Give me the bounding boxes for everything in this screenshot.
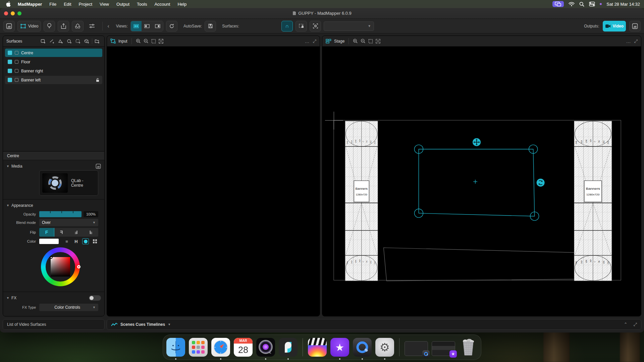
surface-color-swatch[interactable] (8, 78, 12, 82)
surface-checkbox[interactable] (15, 78, 18, 82)
surface-color-swatch[interactable] (8, 60, 12, 64)
collapse-triangle-icon[interactable]: ▼ (6, 165, 9, 168)
dock-minimized-window-quicktime[interactable] (405, 341, 428, 356)
selection-rect-icon[interactable] (368, 39, 373, 44)
sv-marker[interactable] (50, 256, 53, 259)
color-hex-mode-icon[interactable]: H (73, 238, 79, 244)
dock-settings-icon[interactable]: ⚙ (375, 338, 394, 357)
zoom-out-icon[interactable] (144, 39, 149, 44)
add-triangle-icon[interactable] (57, 39, 64, 44)
media-library-icon[interactable] (96, 164, 101, 169)
control-center-icon[interactable] (589, 2, 595, 6)
chevron-down-icon[interactable]: ▼ (168, 323, 171, 326)
menu-item-edit[interactable]: Edit (60, 2, 75, 7)
selected-surface-quad[interactable] (414, 138, 544, 221)
media-section-header[interactable]: ▼ Media (6, 162, 101, 170)
fx-type-dropdown[interactable]: Color Controls ▼ (39, 304, 98, 311)
dock-finder-icon[interactable] (166, 338, 185, 357)
add-group-icon[interactable] (94, 39, 101, 44)
menu-bar-clock[interactable]: Sat 28 Mar 14:32 (606, 2, 640, 7)
media-library-button[interactable] (3, 21, 15, 32)
color-list-mode-icon[interactable]: ≡ (63, 238, 70, 244)
menu-item-project[interactable]: Project (75, 2, 96, 7)
add-3d-icon[interactable] (83, 39, 91, 44)
view-layout-input-button[interactable] (142, 21, 152, 31)
banner-left-test-pattern[interactable] (345, 121, 378, 281)
lock-icon[interactable] (96, 78, 100, 82)
selection-rect-icon[interactable] (151, 39, 156, 44)
test-pattern-button[interactable] (310, 21, 321, 32)
fit-view-icon[interactable] (159, 39, 163, 44)
surface-row-centre[interactable]: Centre (5, 49, 102, 57)
menu-item-file[interactable]: File (46, 2, 60, 7)
add-circle-icon[interactable] (66, 39, 73, 44)
wifi-icon[interactable] (569, 2, 575, 6)
autosave-button[interactable] (205, 21, 216, 32)
opacity-value[interactable]: 100% (84, 211, 98, 217)
menu-item-output[interactable]: Output (113, 2, 133, 7)
collapse-triangle-icon[interactable]: ▼ (6, 296, 9, 300)
surface-row-banner-right[interactable]: Banner right (5, 67, 102, 75)
menu-item-view[interactable]: View (96, 2, 113, 7)
saturation-value-square[interactable] (51, 257, 70, 277)
video-surfaces-list-bar[interactable]: List of Video Surfaces (3, 319, 105, 330)
surface-row-floor[interactable]: Floor (5, 58, 102, 66)
video-mode-button[interactable]: Video (17, 21, 41, 32)
fx-section-header[interactable]: ▼ FX (6, 294, 101, 302)
appearance-section-header[interactable]: ▼ Appearance (6, 201, 101, 209)
flip-none-button[interactable]: F (39, 228, 54, 237)
window-title-bar[interactable]: GUPPY - MadMapper 6.0.9 (0, 8, 644, 19)
fit-view-icon[interactable] (376, 39, 380, 44)
color-wheel-mode-icon[interactable] (82, 238, 89, 244)
dock-finalcut-icon[interactable] (308, 338, 327, 357)
apple-menu-icon[interactable] (6, 1, 11, 7)
surface-checkbox[interactable] (15, 60, 18, 64)
dock-imovie-icon[interactable]: ★ (330, 338, 349, 357)
controls-button[interactable] (86, 21, 98, 32)
menu-item-app[interactable]: MadMapper (14, 2, 46, 7)
flip-vertical-button[interactable]: F (84, 228, 98, 237)
surface-checkbox[interactable] (15, 69, 18, 73)
dock-trash-icon[interactable] (459, 338, 478, 357)
menu-item-tools[interactable]: Tools (133, 2, 151, 7)
media-clip-tile[interactable]: QLab - Centre (39, 170, 98, 196)
flip-rotate-button[interactable]: F (69, 228, 84, 237)
hue-marker[interactable] (77, 265, 80, 268)
fx-enable-toggle[interactable] (89, 295, 101, 301)
dock-launchpad-icon[interactable] (189, 338, 208, 357)
sync-views-button[interactable] (166, 21, 177, 32)
rotate-handle[interactable] (537, 179, 545, 187)
surface-color-swatch[interactable] (8, 51, 12, 55)
menu-item-help[interactable]: Help (174, 2, 190, 7)
dock-madmapper-icon[interactable] (279, 338, 298, 357)
outputs-video-button[interactable]: Video (603, 21, 626, 32)
color-swatch[interactable] (39, 239, 59, 244)
surface-color-swatch[interactable] (8, 69, 12, 73)
surface-checkbox[interactable] (15, 51, 18, 55)
add-quad-icon[interactable] (40, 39, 47, 44)
view-layout-stage-button[interactable] (152, 21, 163, 31)
color-palette-mode-icon[interactable] (92, 238, 98, 244)
surface-row-banner-left[interactable]: Banner left (5, 76, 102, 84)
banner-right-test-pattern[interactable] (574, 121, 612, 281)
screen-mirroring-status-icon[interactable] (552, 1, 564, 7)
zoom-out-icon[interactable] (361, 39, 366, 44)
zoom-in-icon[interactable] (136, 39, 141, 44)
collapse-chevron[interactable]: ‹ (107, 23, 110, 29)
move-handle[interactable] (473, 138, 481, 146)
view-layout-both-button[interactable] (131, 21, 142, 31)
floor-surface-outline[interactable] (384, 248, 598, 281)
collapse-up-icon[interactable]: ⌃ (624, 322, 628, 327)
add-line-icon[interactable] (48, 39, 56, 44)
panel-options-button[interactable]: … (305, 39, 310, 44)
output-library-button[interactable] (629, 21, 641, 32)
magnet-snap-button[interactable]: ∩ (281, 21, 293, 32)
light-mode-button[interactable] (44, 21, 55, 32)
output-setup-button[interactable] (58, 21, 69, 32)
lock-surfaces-button[interactable] (296, 21, 307, 32)
expand-icon[interactable]: ⤢ (634, 322, 637, 327)
collapse-triangle-icon[interactable]: ▼ (6, 204, 9, 207)
input-canvas[interactable] (107, 47, 320, 316)
panel-expand-button[interactable]: ⤢ (313, 39, 316, 44)
panel-expand-button[interactable]: ⤢ (634, 39, 638, 44)
